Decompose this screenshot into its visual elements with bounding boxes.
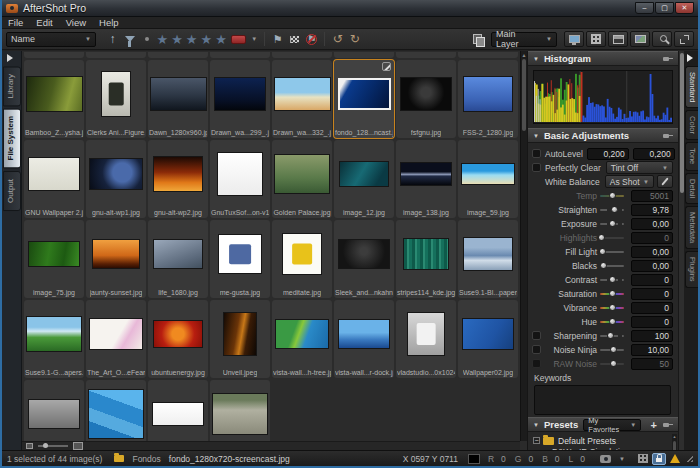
star-rating-5[interactable]: ★ bbox=[214, 33, 229, 46]
slider-thumb[interactable] bbox=[611, 206, 618, 213]
temp-slider[interactable] bbox=[600, 191, 624, 200]
blacks-slider[interactable] bbox=[600, 261, 624, 270]
thumb-cell[interactable]: Sleek_and...nkahn.jpg bbox=[334, 220, 394, 298]
checkbox[interactable] bbox=[532, 359, 541, 368]
value-box[interactable]: 0,00 bbox=[631, 218, 673, 230]
sharpening-slider[interactable] bbox=[600, 331, 624, 340]
presets-favorites-dropdown[interactable]: My Favorites ▼ bbox=[583, 419, 641, 431]
thumb-cell-cut[interactable] bbox=[334, 52, 394, 58]
thumb-cell[interactable]: Drawn_wa...299_.jpg bbox=[210, 60, 270, 138]
value-box[interactable]: 0 bbox=[631, 232, 673, 244]
thumb-cell[interactable]: Suse9.1-Bl...papers.jpg bbox=[458, 220, 518, 298]
value-box[interactable]: 0,00 bbox=[631, 260, 673, 272]
value-box[interactable]: 5001 bbox=[631, 190, 673, 202]
histogram-header[interactable]: ▼ Histogram bbox=[528, 51, 678, 66]
collapse-right-panel-arrow-icon[interactable] bbox=[687, 54, 693, 62]
pin-icon[interactable] bbox=[663, 56, 673, 62]
rotate-left-button[interactable]: ↺ bbox=[329, 31, 346, 47]
keywords-input[interactable] bbox=[534, 385, 671, 415]
current-folder[interactable]: Fondos bbox=[132, 454, 160, 464]
value-box[interactable]: 0,00 bbox=[631, 246, 673, 258]
small-thumbnails-icon[interactable] bbox=[26, 443, 33, 449]
grid-scrollbar-thumb[interactable] bbox=[522, 59, 526, 131]
tree-collapse-icon[interactable]: − bbox=[533, 437, 540, 444]
scroll-up-arrow-icon[interactable]: ▲ bbox=[672, 434, 677, 440]
star-rating-1[interactable]: ★ bbox=[155, 33, 170, 46]
star-rating-3[interactable]: ★ bbox=[184, 33, 199, 46]
thumb-cell-cut[interactable] bbox=[86, 52, 146, 58]
color-label-button[interactable] bbox=[228, 31, 248, 47]
collapse-triangle-icon[interactable]: ▼ bbox=[533, 422, 539, 428]
slider-thumb[interactable] bbox=[609, 304, 616, 311]
fullscreen-button[interactable] bbox=[674, 31, 694, 47]
maximize-button[interactable]: ▢ bbox=[655, 2, 674, 14]
thumb-cell[interactable]: image_12.jpg bbox=[334, 140, 394, 218]
rotate-right-button[interactable]: ↻ bbox=[346, 31, 363, 47]
star-rating-2[interactable]: ★ bbox=[170, 33, 185, 46]
thumb-cell[interactable]: Suse9.1-G...apers.jpg bbox=[24, 300, 84, 378]
panel-tab-standard[interactable]: Standard bbox=[685, 66, 698, 108]
no-rating-button[interactable] bbox=[138, 31, 155, 47]
vibrance-slider[interactable] bbox=[600, 303, 624, 312]
value-box[interactable]: 100 bbox=[631, 330, 673, 342]
flag-pick-button[interactable]: ⚑ bbox=[269, 31, 286, 47]
eyedropper-button[interactable] bbox=[657, 175, 673, 188]
thumb-cell[interactable]: Dawn_1280x960.jpg bbox=[148, 60, 208, 138]
tint-dropdown[interactable]: Tint Off▼ bbox=[606, 161, 673, 174]
slider-thumb[interactable] bbox=[609, 220, 616, 227]
warning-icon[interactable] bbox=[670, 454, 680, 463]
fill-light-slider[interactable] bbox=[600, 247, 624, 256]
straighten-slider[interactable] bbox=[600, 205, 624, 214]
basic-adjustments-header[interactable]: ▼ Basic Adjustments bbox=[528, 128, 678, 143]
menu-view[interactable]: View bbox=[66, 17, 86, 28]
thumb-cell-cut[interactable] bbox=[148, 52, 208, 58]
slider-thumb[interactable] bbox=[609, 276, 616, 283]
resize-grip[interactable] bbox=[686, 455, 693, 462]
star-rating-4[interactable]: ★ bbox=[199, 33, 214, 46]
thumb-cell[interactable]: vista-wall...h-tree.jpg bbox=[272, 300, 332, 378]
white-balance-dropdown[interactable]: As Shot▼ bbox=[605, 175, 654, 188]
thumb-cell[interactable]: Unveil.jpeg bbox=[210, 300, 270, 378]
value-box[interactable]: 50 bbox=[631, 358, 673, 370]
thumb-cell-cut[interactable] bbox=[458, 52, 518, 58]
thumb-cell[interactable]: Clerks Ani...Figure.jpg bbox=[86, 60, 146, 138]
minimize-button[interactable]: – bbox=[635, 2, 654, 14]
slider-thumb[interactable] bbox=[600, 262, 607, 269]
thumbnail-view-button[interactable] bbox=[586, 31, 606, 47]
collapse-left-panel-arrow-icon[interactable] bbox=[7, 54, 13, 62]
thumb-cell[interactable]: ubuntuenergy.jpg bbox=[148, 300, 208, 378]
value-box[interactable]: 0 bbox=[631, 302, 673, 314]
thumb-cell[interactable]: Wallpaper02.jpg bbox=[458, 300, 518, 378]
thumb-cell[interactable]: meditate.jpg bbox=[272, 220, 332, 298]
preview-button[interactable] bbox=[630, 31, 650, 47]
layers-button[interactable] bbox=[469, 31, 486, 47]
slider-thumb[interactable] bbox=[599, 248, 606, 255]
slider-thumb[interactable] bbox=[610, 346, 617, 353]
noise-ninja-slider[interactable] bbox=[600, 345, 624, 354]
slider-thumb[interactable] bbox=[610, 360, 617, 367]
grid-scrollbar[interactable]: ▲ bbox=[520, 51, 527, 441]
lock-button[interactable] bbox=[652, 453, 666, 465]
value-box[interactable]: 9,78 bbox=[631, 204, 673, 216]
thumb-cell[interactable]: image_138.jpg bbox=[396, 140, 456, 218]
slider-thumb[interactable] bbox=[598, 234, 605, 241]
panel-tab-color[interactable]: Color bbox=[685, 110, 698, 140]
thumb-cell[interactable]: jaunty-sunset.jpg bbox=[86, 220, 146, 298]
thumb-cell-cut[interactable] bbox=[24, 52, 84, 58]
raw-noise-slider[interactable] bbox=[600, 359, 624, 368]
thumb-cell[interactable] bbox=[148, 380, 208, 441]
scroll-up-arrow-icon[interactable]: ▲ bbox=[521, 51, 527, 58]
thumb-cell-cut[interactable] bbox=[210, 52, 270, 58]
thumb-cell[interactable]: vista-wall...r-dock.jpg bbox=[334, 300, 394, 378]
camera-info-button[interactable]: ▼ bbox=[600, 455, 628, 463]
thumb-cell[interactable]: GnuTuxSof...on-v1.jpg bbox=[210, 140, 270, 218]
sidebar-tab-output[interactable]: Output bbox=[3, 171, 21, 211]
presets-header[interactable]: ▼ Presets My Favorites ▼ + bbox=[528, 417, 678, 432]
menu-edit[interactable]: Edit bbox=[36, 17, 52, 28]
sidebar-tab-file-system[interactable]: File System bbox=[3, 108, 21, 168]
thumb-cell[interactable]: The_Art_O...eFear.jpg bbox=[86, 300, 146, 378]
grid-toggle-button[interactable] bbox=[636, 453, 650, 465]
thumb-cell[interactable]: Golden Palace.jpg bbox=[272, 140, 332, 218]
thumb-cell[interactable]: fondo_128...ncast.jpg bbox=[334, 60, 394, 138]
thumb-cell[interactable]: FSS-2_1280.jpg bbox=[458, 60, 518, 138]
